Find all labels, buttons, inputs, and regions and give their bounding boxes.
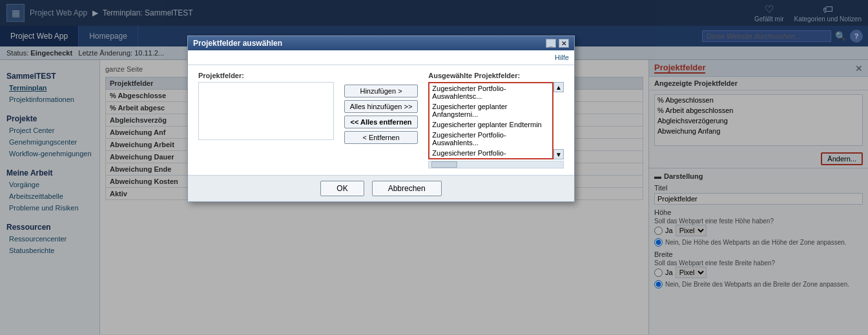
scroll-arrows: ▲ ▼ <box>553 82 564 159</box>
dialog-titlebar: Projektfelder auswählen _ ✕ <box>188 36 574 50</box>
dialog: Projektfelder auswählen _ ✕ Hilfe Projek… <box>187 36 575 202</box>
dialog-overlay: Projektfelder auswählen _ ✕ Hilfe Projek… <box>0 0 868 334</box>
dialog-close-button[interactable]: ✕ <box>559 39 569 48</box>
dialog-hscrollbar[interactable] <box>428 161 564 168</box>
dialog-columns: Projektfelder: Hinzufügen > Alles hinzuf… <box>198 72 564 168</box>
dialog-selected-list[interactable]: Zugesicherter Portfolio-Auswahlentsc...Z… <box>428 82 553 159</box>
ok-button[interactable]: OK <box>320 181 364 196</box>
add-all-button[interactable]: Alles hinzufügen >> <box>344 100 418 113</box>
dialog-selected-item[interactable]: Zugesicherter Portfolio-Auswahlentsc... <box>429 83 552 101</box>
cancel-button[interactable]: Abbrechen <box>372 181 442 196</box>
remove-button[interactable]: < Entfernen <box>344 131 418 144</box>
scroll-down-button[interactable]: ▼ <box>553 149 564 159</box>
dialog-selected-wrapper: Zugesicherter Portfolio-Auswahlentsc...Z… <box>428 82 564 159</box>
dialog-col-left: Projektfelder: <box>198 72 334 140</box>
dialog-title: Projektfelder auswählen <box>193 39 282 48</box>
dialog-available-list[interactable] <box>198 82 334 140</box>
scroll-up-button[interactable]: ▲ <box>553 82 564 92</box>
dialog-body: Projektfelder: Hinzufügen > Alles hinzuf… <box>188 65 574 175</box>
dialog-selected-item[interactable]: Zugesicherter geplanter Anfangsterni... <box>429 101 552 119</box>
dialog-right-label: Ausgewählte Projektfelder: <box>428 72 564 79</box>
dialog-title-controls: _ ✕ <box>546 39 569 48</box>
dialog-col-right: Ausgewählte Projektfelder: Zugesicherter… <box>428 72 564 168</box>
dialog-col-middle: Hinzufügen > Alles hinzufügen >> << Alle… <box>344 72 418 144</box>
dialog-help-row: Hilfe <box>188 50 574 65</box>
dialog-left-label: Projektfelder: <box>198 72 334 79</box>
dialog-minimize-button[interactable]: _ <box>546 39 556 48</box>
dialog-selected-item[interactable]: Zugesicherter Portfolio-Auswahlents... <box>429 148 552 159</box>
remove-all-button[interactable]: << Alles entfernen <box>344 116 418 128</box>
dialog-help-link[interactable]: Hilfe <box>555 54 569 61</box>
dialog-selected-item[interactable]: Zugesicherter geplanter Endtermin <box>429 119 552 130</box>
dialog-selected-item[interactable]: Zugesicherter Portfolio-Auswahlents... <box>429 130 552 148</box>
dialog-footer: OK Abbrechen <box>188 175 574 201</box>
add-button[interactable]: Hinzufügen > <box>344 85 418 97</box>
